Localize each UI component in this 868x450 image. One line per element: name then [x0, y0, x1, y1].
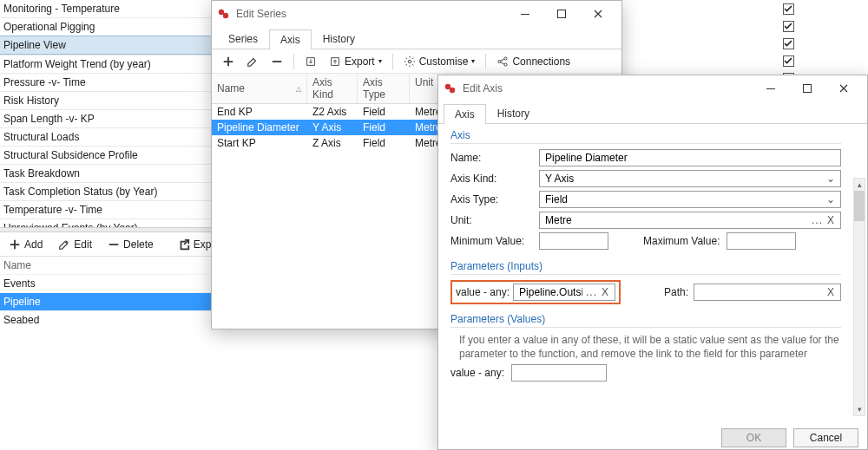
scroll-down-icon[interactable]: ▾ — [854, 403, 865, 415]
svg-point-2 — [223, 13, 228, 18]
toolbar-separator — [293, 54, 294, 69]
checkbox[interactable] — [783, 55, 794, 67]
export-button[interactable]: Export ▾ — [326, 54, 385, 69]
tab-axis[interactable]: Axis — [444, 104, 486, 124]
close-icon — [594, 10, 602, 18]
lower-list-header[interactable]: Name — [0, 257, 227, 275]
left-list-item[interactable]: Span Length -v- KP — [0, 109, 227, 127]
min-input[interactable] — [539, 232, 608, 250]
checkbox[interactable] — [783, 3, 794, 15]
tab-series[interactable]: Series — [217, 29, 269, 49]
close-icon — [839, 84, 848, 93]
checkbox[interactable] — [783, 21, 794, 32]
chevron-down-icon[interactable]: ⌄ — [825, 193, 837, 205]
left-list-item[interactable]: Unreviewed Events (by Year) — [0, 218, 227, 227]
cell: Z Axis — [307, 135, 358, 151]
path-input[interactable]: X — [694, 284, 841, 301]
import-icon — [305, 55, 317, 68]
left-list-item[interactable]: Platform Weight Trend (by year) — [0, 55, 227, 73]
lower-list-item[interactable]: Events — [0, 274, 227, 292]
section-divider — [450, 274, 841, 275]
col-axis-kind[interactable]: Axis Kind — [307, 74, 358, 103]
col-name[interactable]: Name△ — [212, 74, 307, 103]
svg-rect-13 — [804, 85, 812, 93]
axiskind-select[interactable]: ⌄ — [539, 170, 841, 187]
app-icon — [444, 82, 457, 95]
section-divider — [450, 327, 841, 328]
cell: Start KP — [212, 135, 307, 151]
clear-icon[interactable]: X — [825, 286, 837, 298]
scroll-up-icon[interactable]: ▴ — [854, 179, 865, 191]
minimize-button[interactable] — [507, 2, 543, 26]
maximize-icon — [803, 84, 812, 93]
col-axis-type[interactable]: Axis Type — [358, 74, 410, 103]
tab-axis[interactable]: Axis — [269, 29, 312, 49]
svg-rect-12 — [766, 88, 775, 89]
add-button[interactable] — [219, 54, 238, 69]
edit-axis-window: Edit Axis AxisHistory ▴ ▾ Axis Name: A — [437, 75, 868, 450]
scrollbar[interactable]: ▴ ▾ — [853, 178, 865, 416]
clear-icon[interactable]: X — [599, 286, 611, 298]
edit-label: Edit — [74, 238, 92, 251]
check-icon — [784, 4, 792, 13]
params-help-text: If you enter a value in any of these, it… — [450, 333, 841, 361]
left-list-item[interactable]: Operational Pigging — [0, 17, 227, 36]
value-any2-label: value - any: — [450, 367, 511, 379]
add-button[interactable]: Add — [5, 237, 46, 252]
max-input[interactable] — [727, 232, 796, 250]
left-list-item[interactable]: Pipeline View — [0, 36, 227, 55]
left-list-item[interactable]: Temperature -v- Time — [0, 200, 227, 218]
checkbox[interactable] — [783, 38, 794, 49]
connections-button[interactable]: Connections — [493, 54, 574, 69]
left-list-item[interactable]: Risk History — [0, 91, 227, 109]
maximize-button[interactable] — [543, 2, 580, 26]
edit-button[interactable] — [243, 54, 262, 69]
minimize-button[interactable] — [753, 76, 789, 101]
delete-button[interactable]: Delete — [104, 237, 157, 252]
connections-label: Connections — [512, 55, 570, 68]
close-button[interactable] — [580, 2, 616, 26]
left-list-item[interactable]: Monitoring - Temperature — [0, 0, 227, 17]
cell: Pipeline Diameter — [212, 120, 307, 135]
name-input[interactable] — [539, 149, 841, 166]
left-list-item[interactable]: Structural Loads — [0, 127, 227, 146]
lower-list-item[interactable]: Pipeline — [0, 292, 227, 310]
left-list-item[interactable]: Task Completion Status (by Year) — [0, 182, 227, 200]
cancel-button[interactable]: Cancel — [793, 428, 858, 447]
minimize-icon — [521, 10, 529, 18]
scroll-thumb[interactable] — [854, 191, 865, 221]
unit-input[interactable]: ...X — [539, 212, 841, 229]
svg-point-10 — [445, 84, 450, 89]
left-list-item[interactable]: Task Breakdown — [0, 164, 227, 182]
max-label: Maximum Value: — [643, 235, 720, 247]
share-icon — [496, 55, 509, 68]
left-list-item[interactable]: Structural Subsidence Profile — [0, 146, 227, 164]
svg-point-8 — [504, 56, 507, 59]
customise-button[interactable]: Customise ▾ — [400, 54, 479, 69]
svg-point-6 — [408, 60, 411, 63]
ellipsis-icon[interactable]: ... — [810, 214, 825, 226]
cell: Field — [358, 120, 410, 135]
lower-list-item[interactable]: Seabed — [0, 310, 227, 329]
svg-rect-4 — [558, 10, 566, 18]
section-params-inputs: Parameters (Inputs) — [450, 260, 841, 272]
left-list-item[interactable]: Pressure -v- Time — [0, 73, 227, 91]
axistype-select[interactable]: ⌄ — [539, 191, 841, 208]
value-any2-input[interactable] — [511, 364, 607, 382]
ok-button[interactable]: OK — [721, 428, 786, 447]
ellipsis-icon[interactable]: ... — [584, 286, 599, 298]
close-button[interactable] — [825, 76, 862, 101]
maximize-button[interactable] — [789, 76, 825, 101]
import-button[interactable] — [301, 54, 320, 69]
delete-button[interactable] — [267, 54, 286, 69]
clear-icon[interactable]: X — [825, 214, 837, 226]
svg-point-9 — [504, 62, 507, 65]
tab-history[interactable]: History — [312, 29, 366, 49]
tab-history[interactable]: History — [486, 103, 541, 123]
edit-button[interactable]: Edit — [55, 237, 95, 252]
chevron-down-icon[interactable]: ⌄ — [825, 173, 837, 185]
value-any-input[interactable]: ...X — [513, 284, 615, 301]
app-icon — [217, 7, 231, 21]
titlebar[interactable]: Edit Axis — [438, 75, 867, 101]
titlebar[interactable]: Edit Series — [212, 1, 621, 27]
